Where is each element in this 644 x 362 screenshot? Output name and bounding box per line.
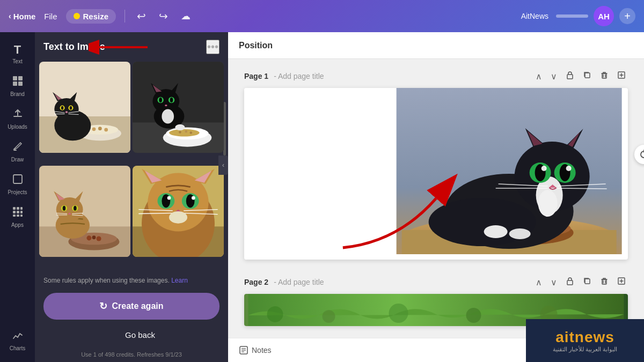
nav-right-section: AitNews AH + <box>521 6 635 26</box>
canvas-scroll-area[interactable]: Page 1 - Add page title ∧ ∨ <box>228 59 644 338</box>
icon-sidebar: T Text Brand Uploads <box>0 32 35 362</box>
avatar[interactable]: AH <box>594 6 614 26</box>
position-label: Position <box>239 41 273 50</box>
sidebar-item-draw[interactable]: Draw <box>3 136 33 167</box>
image-grid <box>35 62 228 271</box>
chevron-left-panel-icon: ‹ <box>222 161 224 169</box>
svg-rect-13 <box>20 215 23 217</box>
canvas-left-empty <box>244 88 390 260</box>
sidebar-item-label-uploads: Uploads <box>8 124 27 130</box>
svg-point-30 <box>70 106 72 110</box>
svg-point-21 <box>104 128 108 132</box>
page-1-expand-up[interactable]: ∧ <box>533 70 544 83</box>
svg-rect-97 <box>567 75 573 79</box>
undo-button[interactable]: ↩ <box>134 8 149 25</box>
page-1-frame[interactable] <box>244 88 628 260</box>
nav-divider <box>125 10 125 23</box>
page-2-card: Page 2 - Add page title ∧ ∨ <box>244 276 628 326</box>
svg-rect-11 <box>13 215 16 217</box>
create-again-button[interactable]: ↻ Create again <box>43 293 219 320</box>
svg-rect-1 <box>18 76 23 80</box>
svg-point-54 <box>165 105 167 106</box>
page-1-delete[interactable] <box>598 70 611 83</box>
resize-button[interactable]: Resize <box>66 9 116 24</box>
generated-image-1[interactable] <box>39 62 130 153</box>
refresh-side-button[interactable] <box>634 145 644 164</box>
notes-icon <box>239 345 248 355</box>
sidebar-item-uploads[interactable]: Uploads <box>3 104 33 134</box>
svg-point-31 <box>65 111 68 113</box>
svg-point-51 <box>159 98 162 102</box>
sidebar-item-projects[interactable]: Projects <box>3 169 33 200</box>
panel-more-button[interactable]: ••• <box>206 40 219 54</box>
sidebar-item-label-brand: Brand <box>10 91 25 97</box>
svg-rect-8 <box>13 211 16 213</box>
learn-link[interactable]: Learn <box>171 277 188 284</box>
plus-button[interactable]: + <box>619 8 635 24</box>
svg-point-64 <box>56 197 83 221</box>
page-2-title: Page 2 <box>244 278 268 286</box>
svg-point-20 <box>98 127 102 130</box>
canvas-toolbar: Position <box>228 32 644 59</box>
page-1-lock[interactable] <box>564 70 576 83</box>
page-2-expand-down[interactable]: ∨ <box>548 276 559 289</box>
generated-image-4[interactable] <box>133 166 224 257</box>
file-menu[interactable]: File <box>42 12 59 21</box>
notes-label: Notes <box>252 346 272 354</box>
svg-point-122 <box>538 190 557 217</box>
page-2-lock[interactable] <box>564 276 576 289</box>
watermark-title: aitnews <box>555 329 614 346</box>
svg-point-71 <box>74 205 77 210</box>
page-2-subtitle[interactable]: - Add page title <box>274 278 324 286</box>
notes-button[interactable]: Notes <box>239 345 272 355</box>
cloud-save-button[interactable]: ☁ <box>178 8 194 24</box>
redo-button[interactable]: ↪ <box>156 8 171 25</box>
page-1-subtitle[interactable]: - Add page title <box>274 72 324 80</box>
svg-rect-5 <box>13 207 16 210</box>
svg-rect-12 <box>17 215 19 217</box>
page-2-expand-up[interactable]: ∧ <box>533 276 544 289</box>
sidebar-item-label-charts: Charts <box>10 345 25 351</box>
svg-rect-10 <box>20 211 23 213</box>
svg-point-40 <box>169 129 200 137</box>
page-1-add-after[interactable] <box>615 70 628 83</box>
page-1-expand-down[interactable]: ∨ <box>548 70 559 83</box>
generated-image-2[interactable] <box>133 62 224 153</box>
create-again-label: Create again <box>112 301 163 311</box>
svg-rect-0 <box>13 76 17 80</box>
main-layout: T Text Brand Uploads <box>0 32 644 362</box>
panel-collapse-tab[interactable]: ‹ <box>218 156 228 175</box>
apps-icon <box>12 206 24 220</box>
svg-rect-7 <box>20 207 23 210</box>
page-2-add-after[interactable] <box>615 276 628 289</box>
sidebar-item-brand[interactable]: Brand <box>3 71 33 101</box>
home-button[interactable]: ‹ Home <box>9 12 35 21</box>
svg-rect-137 <box>567 280 573 285</box>
generated-image-3[interactable] <box>39 166 130 257</box>
username-bar <box>556 14 588 18</box>
go-back-label: Go back <box>125 330 155 339</box>
page-2-actions: ∧ ∨ <box>533 276 628 289</box>
sidebar-item-text[interactable]: T Text <box>3 39 33 69</box>
svg-point-145 <box>466 308 481 323</box>
navbar: ‹ Home File Resize ↩ ↪ ☁ AitNews AH + <box>0 0 644 32</box>
svg-point-60 <box>86 235 91 240</box>
svg-point-89 <box>167 196 171 200</box>
sidebar-item-charts[interactable]: Charts <box>3 325 33 356</box>
sidebar-item-label-projects: Projects <box>8 189 27 195</box>
page-2-copy[interactable] <box>581 276 594 289</box>
svg-rect-139 <box>602 279 606 284</box>
resize-label: Resize <box>83 12 109 21</box>
svg-rect-4 <box>13 175 22 183</box>
chevron-left-icon: ‹ <box>9 12 11 20</box>
panel-header: Text to Image ••• <box>35 32 228 62</box>
page-2-delete[interactable] <box>598 276 611 289</box>
svg-point-127 <box>541 166 546 171</box>
page-1-copy[interactable] <box>581 70 594 83</box>
svg-point-43 <box>190 131 193 134</box>
svg-rect-2 <box>13 82 17 86</box>
svg-point-42 <box>185 130 187 133</box>
go-back-button[interactable]: Go back <box>43 325 228 345</box>
canvas-area: Position Page 1 - Add page title ∧ ∨ <box>228 32 644 362</box>
sidebar-item-apps[interactable]: Apps <box>3 202 33 232</box>
